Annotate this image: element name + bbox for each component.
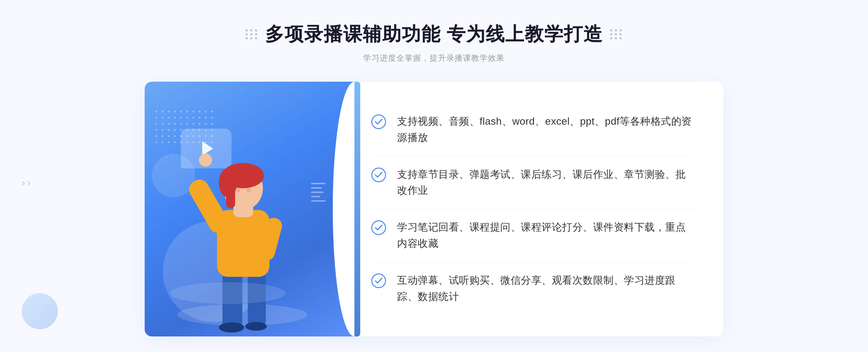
check-circle-icon-4 xyxy=(371,273,386,288)
svg-rect-12 xyxy=(226,183,235,208)
svg-rect-17 xyxy=(207,156,211,164)
header-section: 多项录播课辅助功能 专为线上教学打造 学习进度全掌握，提升录播课教学效果 xyxy=(246,22,622,64)
header-title-row: 多项录播课辅助功能 专为线上教学打造 xyxy=(246,22,622,47)
content-area: 支持视频、音频、flash、word、excel、ppt、pdf等各种格式的资源… xyxy=(145,82,723,336)
page-container: › › 多项录播课辅助功能 专为线上教学打造 学习进度全掌握，提升录播课教学效果 xyxy=(0,0,868,352)
svg-point-20 xyxy=(372,168,386,182)
feature-text-1: 支持视频、音频、flash、word、excel、ppt、pdf等各种格式的资源… xyxy=(397,113,694,146)
blue-sidebar-accent xyxy=(354,82,360,336)
features-panel: 支持视频、音频、flash、word、excel、ppt、pdf等各种格式的资源… xyxy=(360,82,723,336)
svg-point-4 xyxy=(245,322,267,331)
feature-text-4: 互动弹幕、试听购买、微信分享、观看次数限制、学习进度跟踪、数据统计 xyxy=(397,272,694,305)
feature-text-3: 学习笔记回看、课程提问、课程评论打分、课件资料下载，重点内容收藏 xyxy=(397,219,694,252)
subtitle: 学习进度全掌握，提升录播课教学效果 xyxy=(363,53,505,64)
check-circle-icon-3 xyxy=(371,220,386,235)
illustration-svg xyxy=(156,120,329,336)
svg-point-13 xyxy=(236,188,240,193)
main-title: 多项录播课辅助功能 专为线上教学打造 xyxy=(265,22,603,47)
check-circle-icon-2 xyxy=(371,167,386,183)
chevron-right-icon-2: › xyxy=(27,177,30,189)
svg-point-14 xyxy=(247,188,251,193)
left-chevron-decoration: › › xyxy=(22,177,31,189)
header-left-dots-icon xyxy=(246,29,258,39)
feature-item-4: 互动弹幕、试听购买、微信分享、观看次数限制、学习进度跟踪、数据统计 xyxy=(371,262,694,315)
feature-item-2: 支持章节目录、弹题考试、课后练习、课后作业、章节测验、批改作业 xyxy=(371,156,694,210)
svg-rect-16 xyxy=(203,154,206,164)
header-right-dots-icon xyxy=(610,29,622,39)
feature-text-2: 支持章节目录、弹题考试、课后练习、课后作业、章节测验、批改作业 xyxy=(397,167,694,199)
feature-item-1: 支持视频、音频、flash、word、excel、ppt、pdf等各种格式的资源… xyxy=(371,103,694,156)
check-circle-icon-1 xyxy=(371,114,386,129)
illustration-panel xyxy=(145,82,354,336)
feature-item-3: 学习笔记回看、课程提问、课程评论打分、课件资料下载，重点内容收藏 xyxy=(371,209,694,262)
deco-circle-bottom-left xyxy=(22,293,58,329)
svg-point-21 xyxy=(372,221,386,235)
chevron-right-icon: › xyxy=(22,177,25,189)
svg-point-19 xyxy=(372,115,386,129)
svg-point-3 xyxy=(219,322,244,332)
svg-point-18 xyxy=(170,282,286,304)
svg-point-22 xyxy=(372,274,386,288)
